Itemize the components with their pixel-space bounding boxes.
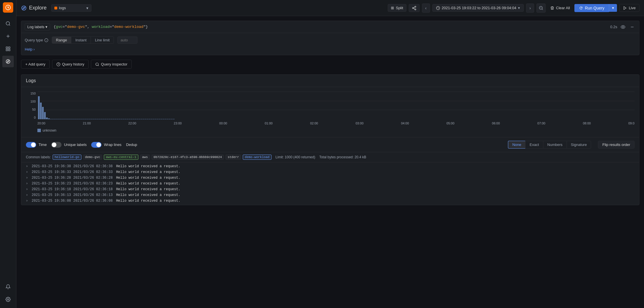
run-query-button[interactable]: Run Query bbox=[574, 4, 609, 12]
chart-bar bbox=[86, 119, 88, 119]
dedup-numbers[interactable]: Numbers bbox=[543, 141, 567, 149]
log-entry[interactable]: › 2021-03-25 19:36:13 2021/03/26 02:36:1… bbox=[21, 192, 639, 198]
expand-icon: › bbox=[26, 187, 29, 191]
query-val2: demo-workload bbox=[114, 25, 143, 29]
run-query-dropdown-button[interactable]: ▾ bbox=[609, 4, 617, 12]
chart-bar bbox=[104, 119, 106, 119]
query-input[interactable]: {gvc="demo-gvc", workload="demo-workload… bbox=[52, 24, 608, 30]
datasource-selector[interactable]: logs ▾ bbox=[51, 4, 91, 12]
sidebar-item-alerting[interactable] bbox=[2, 281, 14, 292]
label-badge-stderr[interactable]: stderr bbox=[226, 155, 241, 160]
chart-bar bbox=[163, 119, 165, 119]
chart-bar bbox=[125, 119, 126, 119]
svg-point-12 bbox=[415, 9, 416, 10]
dedup-none[interactable]: None bbox=[508, 141, 525, 149]
log-labels-button[interactable]: Log labels ▾ bbox=[25, 23, 50, 30]
share-button[interactable] bbox=[409, 4, 420, 12]
label-badge-region[interactable]: aws-eu-central-1 bbox=[104, 155, 138, 160]
log-timestamp2: 2021/03/26 02:36:23 bbox=[73, 182, 113, 186]
chart-bar bbox=[74, 119, 76, 119]
sidebar-item-settings[interactable] bbox=[2, 294, 14, 305]
label-badge-helloworld[interactable]: helloworld-go bbox=[53, 155, 81, 160]
sidebar-item-search[interactable] bbox=[2, 18, 14, 29]
chart-bar bbox=[116, 119, 118, 119]
split-button[interactable]: ⊞ Split bbox=[388, 4, 406, 12]
dedup-group: Dedup bbox=[126, 143, 137, 147]
label-badge-workload[interactable]: demo-workload bbox=[243, 155, 272, 160]
info-icon bbox=[44, 38, 48, 42]
time-forward-button[interactable]: › bbox=[526, 3, 534, 13]
svg-point-7 bbox=[6, 59, 10, 63]
chart-bar bbox=[147, 119, 148, 119]
help-link[interactable]: Help › bbox=[25, 47, 636, 51]
label-badge-aws[interactable]: aws bbox=[140, 155, 150, 160]
dedup-exact[interactable]: Exact bbox=[525, 141, 543, 149]
log-entry[interactable]: › 2021-03-25 19:36:28 2021/03/26 02:36:2… bbox=[21, 175, 639, 181]
chart-bar bbox=[64, 119, 66, 119]
log-timestamp2: 2021/03/26 02:36:13 bbox=[73, 193, 113, 197]
eye-button[interactable] bbox=[620, 24, 626, 30]
dedup-signature[interactable]: Signature bbox=[567, 141, 591, 149]
wrap-lines-toggle[interactable] bbox=[91, 142, 102, 148]
chart-bar bbox=[141, 119, 142, 119]
query-actions: + Add query Query history Query inspecto… bbox=[21, 60, 639, 69]
expand-icon: › bbox=[26, 182, 29, 186]
line-limit-input[interactable] bbox=[117, 36, 137, 44]
chart-bar bbox=[82, 119, 84, 119]
time-toggle[interactable] bbox=[26, 142, 36, 148]
log-timestamp2: 2021/03/26 02:36:18 bbox=[73, 187, 113, 191]
zoom-out-button[interactable] bbox=[536, 3, 546, 13]
flip-results-button[interactable]: Flip results order bbox=[598, 141, 635, 149]
chart-bar bbox=[114, 119, 116, 119]
log-entry[interactable]: › 2021-03-25 19:36:38 2021/03/26 02:36:3… bbox=[21, 163, 639, 169]
log-timestamp: 2021-03-25 19:36:33 bbox=[32, 170, 71, 174]
chart-bar bbox=[135, 119, 136, 119]
chart-bar bbox=[84, 119, 86, 119]
chart-bar bbox=[54, 119, 56, 119]
clear-all-button[interactable]: Clear All bbox=[548, 4, 572, 11]
sidebar-item-add[interactable] bbox=[2, 30, 14, 42]
log-entry[interactable]: › 2021-03-25 19:36:08 2021/03/26 02:36:0… bbox=[21, 198, 639, 204]
live-button[interactable]: Live bbox=[619, 4, 639, 12]
run-query-group: Run Query ▾ bbox=[574, 4, 617, 12]
svg-line-14 bbox=[413, 7, 415, 8]
unique-labels-toggle[interactable] bbox=[51, 142, 62, 148]
label-badge-uuid[interactable]: 0b72820c-e167-4fc3-a590-0bbb9c990824 bbox=[152, 155, 224, 160]
log-entry[interactable]: › 2021-03-25 19:36:18 2021/03/26 02:36:1… bbox=[21, 186, 639, 192]
svg-marker-19 bbox=[624, 6, 626, 9]
log-entry[interactable]: › 2021-03-25 19:36:23 2021/03/26 02:36:2… bbox=[21, 181, 639, 186]
add-query-button[interactable]: + Add query bbox=[21, 60, 50, 69]
logs-panel: Logs 150 100 50 0 bbox=[21, 74, 639, 205]
grafana-logo[interactable] bbox=[3, 2, 13, 13]
sidebar bbox=[0, 0, 16, 308]
time-range-picker[interactable]: 2021-03-25 19:03:22 to 2021-03-26 09:04:… bbox=[432, 4, 524, 12]
time-back-button[interactable]: ‹ bbox=[422, 3, 430, 13]
tab-instant[interactable]: Instant bbox=[71, 37, 91, 43]
svg-point-25 bbox=[96, 63, 98, 65]
share-icon bbox=[412, 6, 416, 10]
chart-area: 150 100 50 0 20:00 21:00 22:00 bbox=[26, 92, 635, 126]
chart-bar bbox=[106, 119, 108, 119]
log-entries: › 2021-03-25 19:36:38 2021/03/26 02:36:3… bbox=[21, 162, 639, 205]
tab-line-limit[interactable]: Line limit bbox=[91, 37, 114, 43]
sidebar-item-dashboards[interactable] bbox=[2, 43, 14, 55]
sidebar-item-explore[interactable] bbox=[2, 56, 14, 67]
query-inspector-button[interactable]: Query inspector bbox=[91, 60, 132, 69]
remove-query-button[interactable] bbox=[629, 24, 636, 30]
svg-rect-4 bbox=[9, 47, 10, 48]
chart-bar bbox=[171, 119, 173, 119]
log-timestamp: 2021-03-25 19:36:13 bbox=[32, 193, 71, 197]
label-badge-gvc[interactable]: demo-gvc bbox=[83, 155, 102, 160]
svg-point-9 bbox=[22, 6, 26, 10]
expand-icon: › bbox=[26, 164, 29, 168]
query-history-button[interactable]: Query history bbox=[52, 60, 89, 69]
tab-range[interactable]: Range bbox=[52, 37, 71, 43]
svg-line-13 bbox=[413, 8, 415, 9]
chart-bar bbox=[72, 119, 74, 119]
log-entry[interactable]: › 2021-03-25 19:36:33 2021/03/26 02:36:3… bbox=[21, 169, 639, 175]
zoom-out-icon bbox=[539, 6, 543, 10]
chart-bar bbox=[52, 119, 54, 119]
chart-bar bbox=[145, 119, 146, 119]
chart-bar bbox=[102, 119, 104, 119]
chart-bar bbox=[173, 119, 175, 119]
